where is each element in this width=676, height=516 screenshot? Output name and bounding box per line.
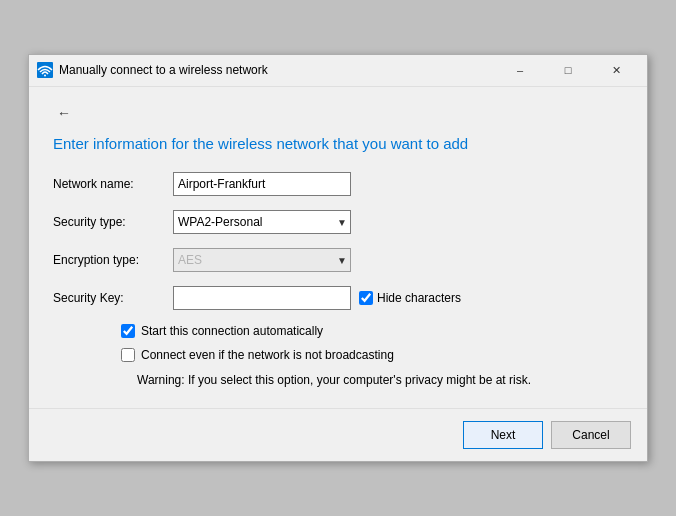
network-name-input[interactable] xyxy=(173,172,351,196)
cancel-button[interactable]: Cancel xyxy=(551,421,631,449)
close-button[interactable]: ✕ xyxy=(593,55,639,85)
hide-characters-checkbox[interactable] xyxy=(359,291,373,305)
broadcast-checkbox[interactable] xyxy=(121,348,135,362)
dialog-heading: Enter information for the wireless netwo… xyxy=(53,135,623,152)
title-bar-buttons: – □ ✕ xyxy=(497,55,639,85)
warning-text: Warning: If you select this option, your… xyxy=(137,372,557,389)
security-key-controls: Hide characters xyxy=(173,286,461,310)
broadcast-label[interactable]: Connect even if the network is not broad… xyxy=(141,348,394,362)
title-bar: Manually connect to a wireless network –… xyxy=(29,55,647,87)
hide-characters-text: Hide characters xyxy=(377,291,461,305)
auto-connect-checkbox[interactable] xyxy=(121,324,135,338)
network-name-row: Network name: xyxy=(53,172,623,196)
window-icon xyxy=(37,62,53,78)
dialog-content: ← Enter information for the wireless net… xyxy=(29,87,647,389)
next-button[interactable]: Next xyxy=(463,421,543,449)
security-type-wrapper: WPA2-Personal Open Shared WPA2-Enterpris… xyxy=(173,210,351,234)
encryption-type-row: Encryption type: AES ▼ xyxy=(53,248,623,272)
svg-point-1 xyxy=(44,75,46,77)
security-key-label: Security Key: xyxy=(53,291,173,305)
encryption-type-wrapper: AES ▼ xyxy=(173,248,351,272)
network-name-label: Network name: xyxy=(53,177,173,191)
maximize-button[interactable]: □ xyxy=(545,55,591,85)
dialog-footer: Next Cancel xyxy=(29,408,647,461)
auto-connect-row: Start this connection automatically xyxy=(121,324,623,338)
main-window: Manually connect to a wireless network –… xyxy=(28,54,648,463)
hide-characters-label[interactable]: Hide characters xyxy=(359,291,461,305)
encryption-type-select[interactable]: AES xyxy=(173,248,351,272)
security-key-input[interactable] xyxy=(173,286,351,310)
broadcast-row: Connect even if the network is not broad… xyxy=(121,348,623,362)
security-type-select[interactable]: WPA2-Personal Open Shared WPA2-Enterpris… xyxy=(173,210,351,234)
title-bar-left: Manually connect to a wireless network xyxy=(37,62,268,78)
security-type-row: Security type: WPA2-Personal Open Shared… xyxy=(53,210,623,234)
auto-connect-label[interactable]: Start this connection automatically xyxy=(141,324,323,338)
minimize-button[interactable]: – xyxy=(497,55,543,85)
back-button[interactable]: ← xyxy=(53,103,75,123)
encryption-type-label: Encryption type: xyxy=(53,253,173,267)
form-area: Network name: Security type: WPA2-Person… xyxy=(53,172,623,310)
window-title: Manually connect to a wireless network xyxy=(59,63,268,77)
nav-row: ← xyxy=(53,103,623,123)
security-type-label: Security type: xyxy=(53,215,173,229)
security-key-row: Security Key: Hide characters xyxy=(53,286,623,310)
